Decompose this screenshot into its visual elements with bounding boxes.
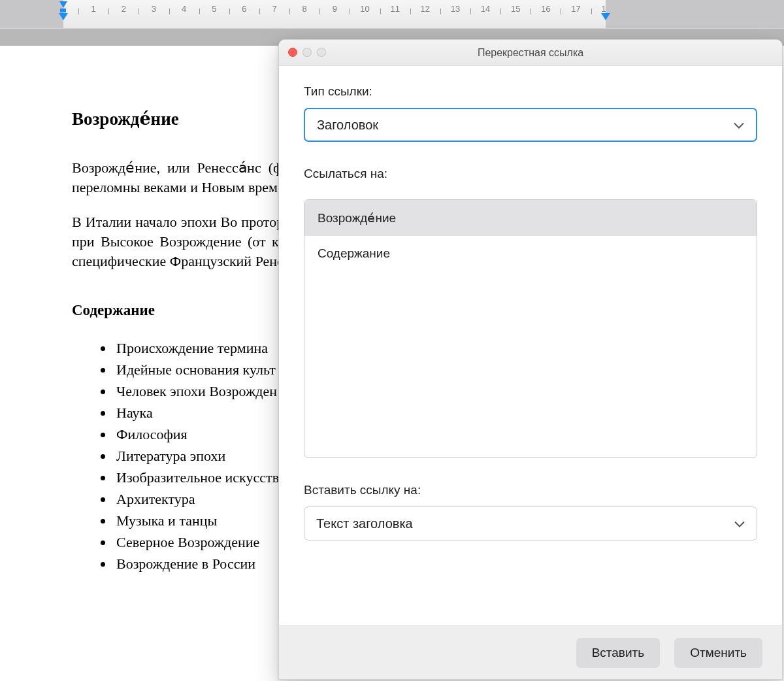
ruler-right-indent-icon[interactable]: [601, 13, 610, 20]
label-reference-type: Тип ссылки:: [304, 84, 757, 99]
ruler-number: 1: [91, 4, 96, 14]
ruler-number: 13: [451, 4, 460, 14]
refer-to-list[interactable]: Возрожде́ниеСодержание: [304, 199, 757, 458]
reference-type-select[interactable]: Заголовок: [304, 108, 757, 142]
insert-reference-value: Текст заголовка: [316, 516, 413, 531]
ruler-number: 6: [242, 4, 246, 14]
ruler-first-line-indent-icon[interactable]: [59, 1, 67, 8]
ruler-number: 2: [122, 4, 126, 14]
dialog-footer: Вставить Отменить: [279, 625, 782, 679]
ruler-number: 9: [333, 4, 337, 14]
ruler-shade-left: [0, 0, 63, 28]
window-minimize-icon: [302, 48, 312, 57]
ruler-number: 5: [212, 4, 216, 14]
label-refer-to: Ссылаться на:: [304, 167, 757, 181]
reference-type-value: Заголовок: [317, 118, 378, 133]
ruler-number: 11: [390, 4, 399, 14]
ruler-number: 8: [302, 4, 307, 14]
window-close-icon[interactable]: [288, 48, 297, 57]
refer-to-list-item[interactable]: Возрожде́ние: [304, 200, 757, 236]
ruler-number: 12: [421, 4, 430, 14]
label-insert-ref: Вставить ссылку на:: [304, 483, 757, 497]
ruler: 21123456789101112131415161718: [0, 0, 784, 29]
ruler-shade-right: [606, 0, 784, 28]
insert-button[interactable]: Вставить: [576, 638, 661, 668]
ruler-hanging-indent-icon[interactable]: [59, 13, 68, 20]
ruler-number: 14: [481, 4, 490, 14]
ruler-left-indent-icon[interactable]: [60, 8, 66, 12]
dialog-title: Перекрестная ссылка: [279, 47, 782, 59]
refer-to-list-item[interactable]: Содержание: [304, 236, 757, 271]
ruler-number: 17: [571, 4, 580, 14]
ruler-number: 16: [541, 4, 550, 14]
cancel-button[interactable]: Отменить: [674, 638, 762, 668]
ruler-number: 4: [182, 4, 186, 14]
ruler-number: 7: [272, 4, 276, 14]
chevron-down-icon: [734, 516, 745, 531]
ruler-number: 3: [152, 4, 156, 14]
cross-reference-dialog: Перекрестная ссылка Тип ссылки: Заголово…: [278, 39, 783, 680]
ruler-number: 10: [360, 4, 369, 14]
ruler-number: 15: [511, 4, 520, 14]
insert-reference-select[interactable]: Текст заголовка: [304, 507, 757, 540]
chevron-down-icon: [734, 118, 744, 133]
dialog-titlebar[interactable]: Перекрестная ссылка: [279, 40, 782, 66]
window-maximize-icon: [317, 48, 326, 57]
